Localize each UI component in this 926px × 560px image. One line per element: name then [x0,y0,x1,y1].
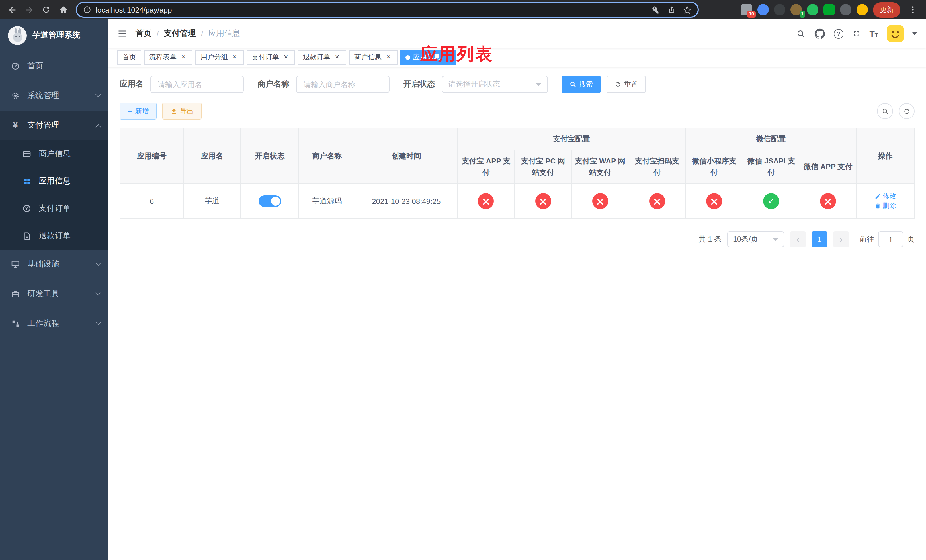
merchant-name-input[interactable] [296,76,390,93]
table-row: 6 芋道 芋道源码 2021-10-23 08:49:25 [120,184,914,219]
gear-icon [10,91,21,100]
next-page-button[interactable]: › [833,232,849,248]
bookmark-star-icon[interactable] [683,5,691,14]
sidebar-item-merchant-info[interactable]: 商户信息 [0,140,108,168]
green-square-icon[interactable] [823,4,835,15]
status-toggle[interactable] [258,196,281,207]
status-select[interactable]: 请选择开启状态 [442,76,548,93]
prev-page-button[interactable]: ‹ [790,232,806,248]
tab-pay-orders[interactable]: 支付订单× [247,50,295,65]
search-button[interactable]: 搜索 [561,76,601,93]
breadcrumb-home[interactable]: 首页 [136,29,151,39]
col-header-created: 创建时间 [355,128,457,184]
sidebar-item-label: 应用信息 [39,176,71,186]
browser-reload-button[interactable] [39,2,53,17]
toggle-search-button[interactable] [877,103,893,119]
page-number-button[interactable]: 1 [811,232,828,248]
user-avatar[interactable] [887,25,904,42]
chevron-up-icon [95,124,101,130]
help-icon[interactable]: ? [834,29,843,38]
user-dropdown-caret-icon[interactable] [912,32,917,35]
chevron-down-icon [773,238,779,241]
reset-button[interactable]: 重置 [607,76,646,93]
extensions-grid-icon[interactable]: 10 [741,4,752,15]
sidebar-item-infrastructure[interactable]: 基础设施 [0,250,108,279]
url-text[interactable]: localhost:1024/pay/app [96,5,648,14]
site-info-icon[interactable] [83,6,91,14]
tab-close-icon[interactable]: × [179,53,188,61]
breadcrumb-separator: / [157,29,159,38]
sidebar-item-label: 研发工具 [27,289,59,299]
goto-page-input[interactable] [878,232,903,248]
group-header-wechat: 微信配置 [686,128,856,150]
fullscreen-icon[interactable] [852,29,861,38]
address-bar[interactable]: localhost:1024/pay/app [76,2,698,17]
sidebar-item-refund-orders[interactable]: 退款订单 [0,222,108,250]
tab-close-icon[interactable]: × [231,53,239,61]
tab-user-group[interactable]: 用户分组× [195,50,244,65]
refresh-icon [614,81,621,88]
browser-forward-button[interactable] [22,2,36,17]
tab-merchant-info[interactable]: 商户信息× [349,50,398,65]
dark-pin-icon[interactable] [840,4,851,15]
chevron-down-icon [95,260,101,265]
green-circle-icon[interactable] [807,4,819,15]
breadcrumb-current: 应用信息 [209,29,240,39]
browser-menu-icon[interactable] [905,2,920,17]
github-icon[interactable] [814,28,825,39]
sidebar-item-label: 基础设施 [27,259,59,269]
sidebar-item-pay-orders[interactable]: 支付订单 [0,195,108,222]
app-name-input[interactable] [150,76,244,93]
breadcrumb-payment[interactable]: 支付管理 [164,29,196,39]
sidebar-toggle-icon[interactable] [117,29,127,39]
cell-status [240,184,299,219]
payment-status-icon [706,194,722,209]
browser-back-button[interactable] [5,2,20,17]
browser-update-button[interactable]: 更新 [873,2,900,17]
tab-process-form[interactable]: 流程表单× [144,50,192,65]
cell-alipay-scan [629,184,685,219]
page-size-select[interactable]: 10条/页 [727,232,784,248]
col-header-status: 开启状态 [240,128,299,184]
tab-close-icon[interactable]: × [384,53,392,61]
search-icon[interactable] [796,29,805,38]
payment-status-icon [820,194,836,209]
browser-home-button[interactable] [56,2,71,17]
profile-circle-icon[interactable]: 1 [790,4,802,15]
dark-circle-icon[interactable] [774,4,785,15]
grid-icon [22,177,32,185]
add-button[interactable]: + 新增 [120,103,157,120]
col-header-wx-jsapi: 微信 JSAPI 支付 [743,150,800,184]
payment-status-icon [649,194,665,209]
edit-link-label: 修改 [882,192,896,201]
tab-close-icon[interactable]: × [282,53,290,61]
tab-refund-orders[interactable]: 退款订单× [298,50,346,65]
sidebar-item-app-info[interactable]: 应用信息 [0,168,108,195]
cell-wx-jsapi [743,184,800,219]
sidebar-item-home[interactable]: 首页 [0,51,108,81]
cell-app-name: 芋道 [184,184,240,219]
payment-status-icon [478,194,494,209]
refresh-table-button[interactable] [899,103,915,119]
sidebar-item-system[interactable]: 系统管理 [0,81,108,110]
sidebar-item-label: 系统管理 [27,91,59,101]
sidebar-item-workflow[interactable]: 工作流程 [0,309,108,338]
smiley-icon[interactable] [856,4,868,15]
delete-link[interactable]: 删除 [875,201,896,211]
tab-home[interactable]: 首页 [117,50,141,65]
password-key-icon[interactable] [652,5,661,14]
export-button[interactable]: 导出 [162,103,201,120]
tab-close-icon[interactable]: × [333,53,341,61]
sidebar-item-payment[interactable]: ¥ 支付管理 [0,110,108,140]
toolbox-icon [10,289,21,298]
sidebar-item-dev-tools[interactable]: 研发工具 [0,279,108,309]
search-icon [569,81,576,88]
share-icon[interactable] [667,5,676,14]
font-size-icon[interactable]: TT [869,29,878,38]
breadcrumb: 首页 / 支付管理 / 应用信息 [136,29,240,39]
blue-drop-icon[interactable] [757,4,769,15]
tab-label: 流程表单 [149,52,177,62]
pay-order-icon [22,204,32,213]
edit-link[interactable]: 修改 [875,192,896,201]
chevron-down-icon [536,83,542,86]
